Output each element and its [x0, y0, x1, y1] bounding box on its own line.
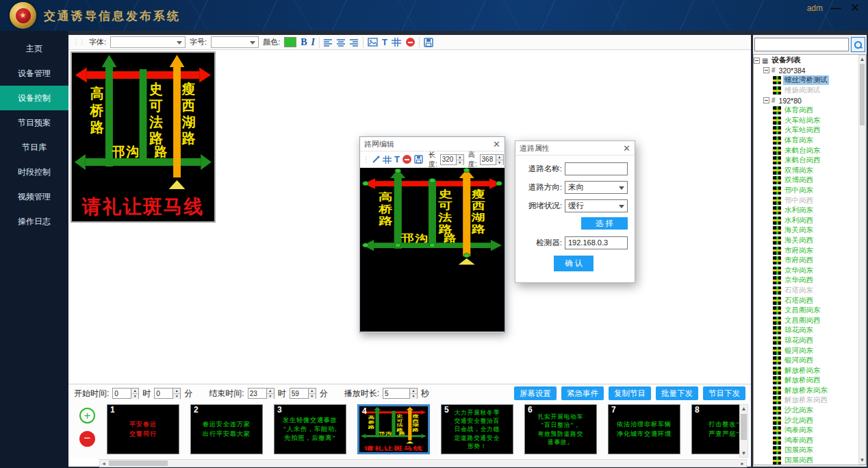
remove-frame-button[interactable]: − [79, 431, 95, 447]
tree-device-item[interactable]: 双博岗西 [754, 175, 858, 186]
playlist-item-3[interactable]: 3发生轻微交通事故“人未伤，车能动,先拍照，后撤离” [274, 404, 346, 454]
spin-down-icon[interactable]: ▼ [457, 160, 463, 165]
confirm-button[interactable]: 确 认 [554, 256, 593, 271]
tree-vertical-scrollbar[interactable]: ▲ ▼ [858, 55, 866, 465]
strip-horizontal-scrollbar[interactable]: ◂ ▸ [99, 459, 747, 467]
tree-device-item[interactable]: 国展岗东 [754, 445, 858, 456]
height-spinner[interactable]: 368 ▲▼ [480, 154, 504, 165]
tree-device-item[interactable]: 双博岗东 [754, 166, 858, 176]
length-spinner[interactable]: 320 ▲▼ [440, 154, 464, 165]
tree-root[interactable]: ▦设备列表 [754, 56, 858, 66]
italic-button[interactable]: I [311, 36, 315, 49]
scroll-down-icon[interactable]: ▼ [859, 456, 865, 464]
tree-device-item[interactable]: 石塔岗西 [754, 295, 858, 306]
tree-device-item[interactable]: 水利岗东 [754, 206, 858, 216]
spin-up-icon[interactable]: ▲ [457, 155, 463, 160]
sidebar-item-schedule-control[interactable]: 时段控制 [0, 160, 68, 184]
device-search-button[interactable] [851, 37, 865, 52]
tree-device-item[interactable]: 琼花岗西 [754, 336, 858, 346]
expander-icon[interactable] [763, 67, 769, 73]
scrollbar-thumb[interactable] [109, 460, 168, 466]
sidebar-item-video-management[interactable]: 视频管理 [0, 184, 68, 209]
tree-device-item[interactable]: 银河岗西 [754, 356, 858, 366]
tree-device-item[interactable]: 鸿泰岗东 [754, 426, 858, 436]
start-minute-spinner[interactable]: 0▲▼ [154, 388, 181, 399]
insert-road-icon[interactable] [392, 36, 402, 49]
roadnet-edit-canvas[interactable]: 高桥路史可法路瘦西湖路邗沟路 [360, 168, 505, 332]
font-select[interactable] [110, 36, 186, 48]
sidebar-item-program-library[interactable]: 节目库 [0, 135, 68, 160]
close-button[interactable]: ✕ [847, 1, 863, 15]
detector-input[interactable]: 192.168.0.3 [565, 236, 628, 249]
tree-device-item[interactable]: 解放桥岗东 [754, 365, 858, 375]
tree-device-item[interactable]: 京华岗西 [754, 275, 858, 286]
end-hour-spinner[interactable]: 23▲▼ [248, 388, 275, 399]
align-center-icon[interactable] [337, 36, 346, 49]
tree-device-item[interactable]: 体育岗东 [754, 136, 858, 146]
tree-device-item[interactable]: 来鹤台岗西 [754, 156, 858, 166]
font-size-select[interactable] [211, 36, 259, 48]
tree-device-item[interactable]: 石塔岗东 [754, 286, 858, 296]
sidebar-item-device-management[interactable]: 设备管理 [0, 61, 68, 86]
color-swatch[interactable] [284, 37, 296, 47]
congestion-select[interactable]: 缓行 [565, 199, 628, 212]
tree-device-item[interactable]: 邗中岗东 [754, 186, 858, 196]
sidebar-item-program-plan[interactable]: 节目预案 [0, 110, 68, 135]
select-detector-button[interactable]: 选 择 [581, 217, 628, 230]
insert-image-icon[interactable] [368, 36, 378, 49]
tree-device-item[interactable]: 琼花岗东 [754, 325, 858, 336]
tree-device-item[interactable]: 体育岗西 [754, 106, 858, 116]
scroll-up-icon[interactable]: ▲ [740, 405, 748, 412]
tree-device-item[interactable]: 解放桥岗西 [754, 375, 858, 386]
road-direction-select[interactable]: 来向 [565, 181, 628, 194]
playlist-item-4[interactable]: 4高桥路史可法路瘦西湖路邗沟路请礼让斑马线 [357, 404, 430, 454]
tree-device-item[interactable]: 维扬岗测试 [754, 86, 858, 96]
roadnet-close-icon[interactable]: ✕ [493, 140, 500, 149]
playlist-item-1[interactable]: 1平安春运交警同行 [107, 404, 179, 454]
tree-group-1[interactable]: #192*80 [754, 95, 858, 106]
tree-device-item[interactable]: 市府岗西 [754, 256, 858, 266]
end-minute-spinner[interactable]: 59▲▼ [290, 388, 316, 399]
tree-device-item[interactable]: 银河岗东 [754, 345, 858, 356]
tree-device-item[interactable]: 来鹤台岗东 [754, 145, 858, 156]
tree-device-item[interactable]: 国展岗西 [754, 456, 858, 465]
scroll-right-icon[interactable]: ▸ [739, 460, 746, 467]
playlist-item-2[interactable]: 2春运安全连万家出行平安靠大家 [190, 404, 263, 454]
save-icon[interactable] [424, 36, 433, 49]
expander-icon[interactable] [763, 97, 769, 103]
scrollbar-thumb[interactable] [860, 64, 865, 125]
spin-up-icon[interactable]: ▲ [496, 155, 503, 160]
screen-settings-button[interactable]: 屏幕设置 [514, 386, 557, 400]
save-icon[interactable] [414, 153, 423, 166]
add-frame-button[interactable]: + [79, 408, 95, 423]
playlist-item-8[interactable]: 8打击整改“灯严查严惩“机 [691, 404, 739, 454]
batch-send-button[interactable]: 批量下发 [656, 386, 698, 400]
device-search-input[interactable] [754, 38, 849, 51]
road-name-input[interactable] [565, 162, 628, 175]
scroll-up-icon[interactable]: ▲ [859, 56, 865, 63]
align-right-icon[interactable] [350, 36, 359, 49]
add-text-icon[interactable]: T [394, 153, 400, 166]
playlist-item-5[interactable]: 5大力开展秋冬季交通安全整治百日会战，全力稳定道路交通安全形势！ [441, 404, 513, 454]
tree-device-item[interactable]: 鸿泰岗西 [754, 436, 858, 446]
tree-device-item[interactable]: 水利岗西 [754, 216, 858, 226]
scrollbar-thumb[interactable] [741, 414, 747, 440]
playlist-item-7[interactable]: 7依法治理非标车辆净化城市交通环境 [608, 404, 680, 454]
insert-text-icon[interactable]: T [382, 36, 387, 49]
tree-device-item[interactable]: 解放桥东岗东 [754, 386, 858, 396]
tree-device-item[interactable]: 邗中岗西 [754, 195, 858, 206]
delete-icon[interactable] [406, 36, 415, 49]
bold-button[interactable]: B [301, 36, 307, 49]
tree-device-item[interactable]: 市府岗东 [754, 245, 858, 256]
strip-vertical-scrollbar[interactable]: ▲ ▼ [739, 404, 748, 458]
props-close-icon[interactable]: ✕ [623, 144, 630, 153]
tree-device-item[interactable]: 京华岗东 [754, 265, 858, 275]
minimize-button[interactable]: — [828, 1, 843, 15]
align-left-icon[interactable] [324, 36, 333, 49]
sidebar-item-operation-log[interactable]: 操作日志 [0, 209, 68, 234]
tree-device-item[interactable]: 文昌阁岗东 [754, 306, 858, 316]
scroll-left-icon[interactable]: ◂ [100, 460, 107, 467]
playlist-item-6[interactable]: 6扎实开展电动车“百日整治”，有效预防道路交通事故。 [524, 404, 597, 454]
emergency-event-button[interactable]: 紧急事件 [561, 386, 604, 400]
tree-device-item[interactable]: 海关岗西 [754, 236, 858, 246]
